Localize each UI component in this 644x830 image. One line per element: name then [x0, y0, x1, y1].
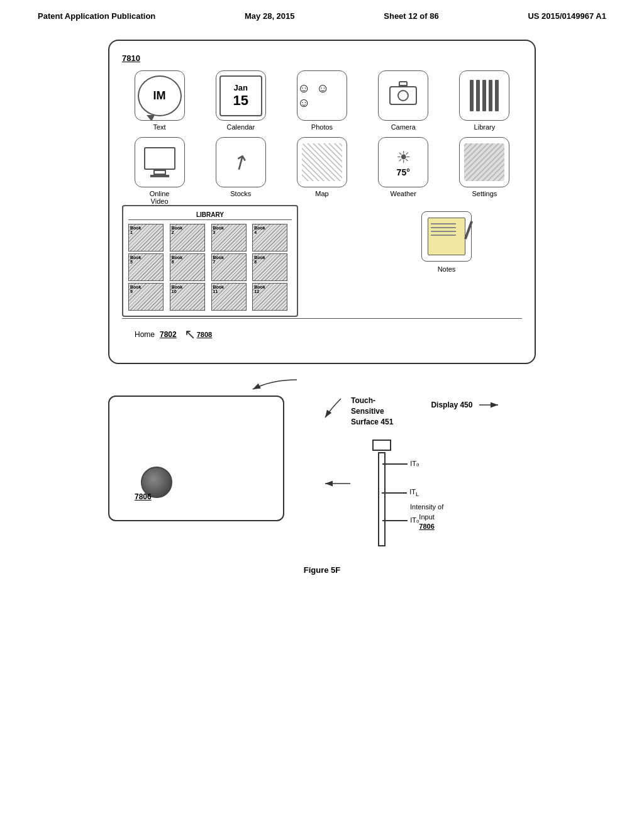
itl-label: ITL [409, 488, 419, 497]
book-label-6: Book6 [172, 255, 183, 264]
cal-month: Jan [234, 83, 248, 92]
left-arrow-svg [322, 477, 353, 490]
book-6[interactable]: Book6 [170, 253, 205, 281]
app-weather[interactable]: ☀ 75° Weather [366, 137, 441, 205]
library-overlay: 7805 LIBRARY Book1 Book2 Book3 Book4 Boo… [122, 205, 137, 214]
book-5[interactable]: Book5 [128, 253, 164, 281]
book-label-2: Book2 [172, 226, 183, 235]
patent-header: Patent Application Publication May 28, 2… [0, 0, 644, 27]
app-icon-library [459, 70, 509, 121]
app-icon-calendar: Jan 15 [216, 70, 266, 121]
book-label-5: Book5 [130, 255, 142, 264]
stocks-icon: ↗ [228, 148, 254, 177]
app-calendar[interactable]: Jan 15 Calendar [203, 70, 278, 131]
app-icon-weather: ☀ 75° [378, 137, 428, 187]
book-3[interactable]: Book3 [211, 224, 247, 252]
app-library[interactable]: Library [447, 70, 522, 131]
monitor-screen [144, 147, 175, 170]
it0-top-line [382, 463, 408, 465]
cal-day: 15 [233, 92, 248, 109]
cursor-icon: ↖ [184, 326, 196, 343]
weather-temp: 75° [397, 167, 410, 177]
app-label-weather: Weather [391, 190, 416, 197]
header-date: May 28, 2015 [245, 11, 295, 21]
book-label-4: Book4 [254, 226, 265, 235]
bottom-section: 7806 Touch-SensitiveSu [108, 396, 536, 546]
label-7802: 7802 [160, 330, 177, 339]
touch-label-7806: 7806 [135, 492, 152, 501]
book-12[interactable]: Book12 [252, 283, 287, 311]
book-1[interactable]: Book1 [128, 224, 164, 252]
app-photos[interactable]: ☺ ☺ ☺ Photos [284, 70, 359, 131]
book-10[interactable]: Book10 [170, 283, 205, 311]
app-label-calendar: Calendar [226, 123, 255, 131]
notes-line-2 [431, 227, 456, 228]
app-icon-online-video [135, 137, 185, 187]
book-8[interactable]: Book8 [252, 253, 287, 281]
itl-marker: ITL [382, 488, 419, 497]
notes-pencil-icon [464, 221, 473, 240]
weather-sun-icon: ☀ [396, 148, 411, 167]
notes-app[interactable]: Notes [421, 211, 472, 273]
app-label-library: Library [474, 123, 496, 131]
lib-line-3 [482, 80, 486, 111]
display-bar-group: IT₀ ITL IT₀ [372, 440, 391, 546]
app-label-photos: Photos [311, 123, 333, 131]
display-bar-section: IT₀ ITL IT₀ [322, 440, 501, 546]
library-icon [465, 75, 504, 116]
book-label-10: Book10 [172, 285, 183, 294]
touch-surface-label: Touch-SensitiveSurface 451 [351, 396, 393, 427]
touch-surface-label-group: Touch-SensitiveSurface 451 [322, 396, 393, 427]
home-bar: Home 7802 ↖ 7808 [122, 318, 522, 350]
app-label-map: Map [315, 190, 328, 197]
app-map[interactable]: Map [284, 137, 359, 205]
weather-content: ☀ 75° [396, 148, 411, 177]
monitor-stand [153, 170, 166, 175]
app-camera[interactable]: Camera [366, 70, 441, 131]
app-text[interactable]: IM Text [122, 70, 197, 131]
header-left: Patent Application Publication [38, 11, 155, 21]
display-arrow-svg [240, 377, 303, 396]
library-panel: LIBRARY Book1 Book2 Book3 Book4 Book5 Bo… [122, 205, 298, 317]
book-label-8: Book8 [254, 255, 265, 264]
book-2[interactable]: Book2 [170, 224, 205, 252]
app-label-camera: Camera [391, 123, 416, 131]
book-11[interactable]: Book11 [211, 283, 247, 311]
notes-line-4 [431, 235, 456, 236]
main-content: 7810 IM Text Jan 15 Calendar [0, 27, 644, 587]
intensity-7806-label: 7806 [419, 523, 434, 530]
app-icon-photos: ☺ ☺ ☺ [297, 70, 347, 121]
book-label-11: Book11 [213, 285, 225, 294]
diagram-labels-row: Touch-SensitiveSurface 451 Display 450 [322, 396, 501, 427]
app-online-video[interactable]: OnlineVideo [122, 137, 197, 205]
display-label-group: Display 450 [431, 396, 501, 414]
book-9[interactable]: Book9 [128, 283, 164, 311]
app-stocks[interactable]: ↗ Stocks [203, 137, 278, 205]
monitor-icon [144, 147, 175, 177]
lib-line-2 [476, 80, 480, 111]
book-label-12: Book12 [254, 285, 265, 294]
itl-line [382, 492, 407, 494]
device-label-7810: 7810 [122, 53, 522, 63]
notes-line-3 [431, 231, 456, 232]
notes-icon [421, 211, 472, 262]
display-top-rect [372, 440, 391, 451]
label-7808: 7808 [197, 331, 212, 338]
notes-pad [428, 218, 465, 255]
display-diagram-area: Touch-SensitiveSurface 451 Display 450 [322, 396, 501, 546]
app-label-stocks: Stocks [230, 190, 251, 197]
app-icon-text: IM [135, 70, 185, 121]
calendar-icon: Jan 15 [219, 75, 262, 116]
book-7[interactable]: Book7 [211, 253, 247, 281]
app-settings[interactable]: Settings [447, 137, 522, 205]
book-4[interactable]: Book4 [252, 224, 287, 252]
home-text-label: Home [135, 330, 155, 339]
map-icon [302, 143, 342, 181]
it0-bottom-marker: IT₀ [382, 516, 419, 524]
camera-icon [389, 86, 417, 105]
display-label-text: Display 450 [431, 401, 472, 409]
left-arrow-group [322, 477, 353, 490]
camera-body [389, 86, 417, 105]
app-label-text: Text [153, 123, 166, 131]
it0-top-label: IT₀ [410, 460, 419, 468]
